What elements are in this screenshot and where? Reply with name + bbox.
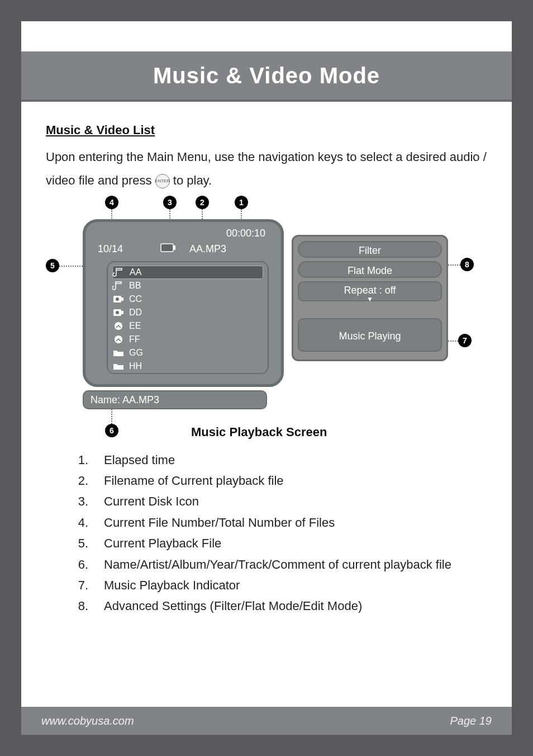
section-heading: Music & Video List [46,123,487,138]
file-name: EE [129,321,141,331]
file-row[interactable]: CC [112,292,263,306]
callout-4: 4 [105,196,118,209]
svg-rect-7 [121,311,123,314]
music-icon [113,267,125,277]
repeat-button[interactable]: Repeat : off ▼ [298,281,442,301]
file-row[interactable]: EE [112,319,263,333]
image-icon [112,334,125,344]
svg-point-3 [116,297,119,301]
enter-key-icon: ENTER [155,174,170,188]
file-name: HH [129,361,142,371]
elapsed-time: 00:00:10 [226,228,265,239]
video-icon [112,308,125,318]
file-counter: 10/14 [98,243,123,255]
callout-6: 6 [105,424,118,437]
file-row[interactable]: DD [112,306,263,319]
name-value: AA.MP3 [122,394,159,405]
filter-button[interactable]: Filter [298,241,442,258]
repeat-label: Repeat [344,285,377,296]
file-row[interactable]: HH [112,360,263,373]
current-filename: AA.MP3 [189,243,226,255]
legend-list: 1.Elapsed time 2.Filename of Current pla… [46,450,487,617]
music-icon [112,281,125,291]
svg-rect-0 [161,244,173,252]
file-name: FF [129,334,140,344]
file-row[interactable]: FF [112,333,263,346]
legend-item: 4.Current File Number/Total Number of Fi… [73,512,487,533]
page-footer: www.cobyusa.com Page 19 [21,707,512,735]
file-name: DD [129,308,142,318]
legend-item: 2.Filename of Current playback file [73,470,487,491]
name-info-bar: Name: AA.MP3 [83,390,267,409]
playback-diagram: 4 3 2 1 5 8 7 6 00:00:10 10/14 [46,198,487,438]
settings-panel: Filter Flat Mode Repeat : off ▼ Music Pl… [292,235,448,361]
svg-rect-4 [121,297,123,301]
leader-6 [111,409,112,424]
file-list: AA BB CC DD [107,261,269,374]
file-name: AA [130,267,141,277]
music-playing-indicator: Music Playing [298,318,442,352]
legend-item: 7.Music Playback Indicator [73,575,487,596]
legend-item: 5.Current Playback File [73,533,487,554]
callout-5: 5 [46,259,59,272]
flat-mode-button[interactable]: Flat Mode [298,261,442,278]
repeat-value: : off [379,285,396,296]
folder-icon [112,348,125,358]
document-page: Music & Video Mode Music & Video List Up… [21,21,512,735]
legend-item: 3.Current Disk Icon [73,491,487,512]
file-name: BB [129,281,141,291]
callout-7: 7 [458,334,472,347]
callout-1: 1 [235,196,248,209]
intro-suffix: to play. [173,173,212,187]
image-icon [112,321,125,331]
disk-icon [160,242,176,253]
svg-point-6 [116,311,119,314]
file-row[interactable]: AA [112,266,263,279]
callout-3: 3 [163,196,177,209]
svg-rect-1 [173,245,175,250]
folder-icon [112,361,125,371]
file-row[interactable]: BB [112,279,263,292]
diagram-caption: Music Playback Screen [191,425,327,440]
footer-url: www.cobyusa.com [41,715,134,727]
file-row[interactable]: GG [112,346,263,360]
intro-prefix: Upon entering the Main Menu, use the nav… [46,150,487,187]
callout-8: 8 [460,258,474,271]
chevron-down-icon: ▼ [299,297,441,301]
intro-paragraph: Upon entering the Main Menu, use the nav… [46,145,487,192]
device-screen: 00:00:10 10/14 AA.MP3 AA BB [83,219,284,387]
file-name: GG [129,348,143,358]
file-name: CC [129,294,142,304]
video-icon [112,294,125,304]
page-title: Music & Video Mode [153,63,380,88]
content-area: Music & Video List Upon entering the Mai… [46,123,487,617]
name-label: Name: [91,394,120,405]
footer-page: Page 19 [450,715,492,727]
legend-item: 6.Name/Artist/Album/Year/Track/Comment o… [73,554,487,575]
callout-2: 2 [196,196,209,209]
legend-item: 1.Elapsed time [73,450,487,470]
title-band: Music & Video Mode [21,51,512,102]
legend-item: 8.Advanced Settings (Filter/Flat Mode/Ed… [73,596,487,616]
